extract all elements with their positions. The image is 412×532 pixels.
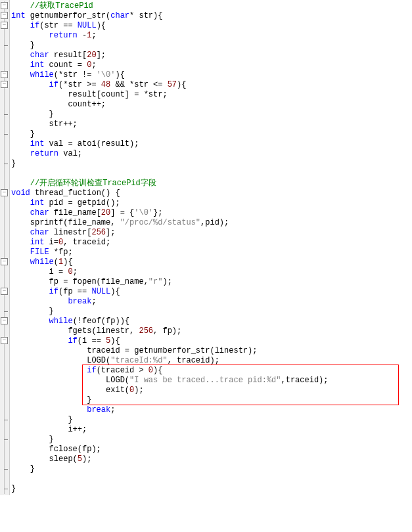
code-token: i++;: [68, 425, 87, 434]
code-token: FILE: [30, 248, 49, 257]
code-token: char: [30, 228, 49, 237]
code-token: int: [30, 139, 45, 148]
code-token: 48: [101, 80, 110, 89]
code-token: 0: [149, 366, 153, 375]
fold-open-icon[interactable]: −: [1, 317, 8, 324]
code-token: if: [49, 287, 58, 296]
code-token: thread_fuction() {: [30, 188, 120, 198]
fold-open-icon[interactable]: −: [1, 337, 8, 344]
code-token: fp = fopen(file_name,: [49, 277, 149, 286]
code-token: return: [49, 31, 78, 40]
code-line: }: [11, 307, 412, 317]
code-token: ,traceid);: [281, 376, 328, 385]
code-token: LOGD(: [87, 356, 110, 365]
code-line: void thread_fuction() {: [11, 188, 412, 198]
code-line: sprintf(file_name, "/proc/%d/status",pid…: [11, 218, 412, 228]
fold-open-icon[interactable]: −: [1, 12, 8, 19]
code-line: int getnumberfor_str(char* str){: [11, 11, 412, 21]
code-token: );: [162, 277, 172, 286]
code-token: ){: [177, 80, 186, 89]
code-line: i++;: [11, 425, 412, 435]
code-token: ];: [106, 228, 115, 237]
code-token: str++;: [49, 120, 78, 129]
code-token: (fp ==: [58, 287, 91, 296]
code-token: '\0': [134, 208, 153, 217]
code-token: pid = getpid();: [44, 198, 120, 208]
fold-end-marker: [4, 311, 8, 312]
code-area: //获取TracePidint getnumberfor_str(char* s…: [10, 0, 412, 495]
code-token: while: [49, 317, 73, 326]
code-token: ,pid);: [200, 218, 229, 227]
code-line: traceid = getnumberfor_str(linestr);: [11, 346, 412, 356]
code-token: , traceid);: [168, 356, 219, 365]
code-line: while(!feof(fp)){: [11, 317, 412, 326]
code-line: char file_name[20] = {'\0'};: [11, 208, 412, 218]
fold-open-icon[interactable]: −: [1, 71, 8, 78]
code-token: fclose(fp);: [49, 445, 101, 454]
code-token: fgets(linestr,: [68, 326, 139, 336]
code-line: char linestr[256];: [11, 228, 412, 238]
code-token: result[count] = *str;: [68, 90, 167, 99]
code-token: -: [78, 31, 87, 40]
code-line: }: [11, 41, 412, 51]
code-token: //开启循环轮训检查TracePid字段: [30, 179, 156, 188]
fold-open-icon[interactable]: −: [1, 258, 8, 265]
fold-open-icon[interactable]: −: [1, 189, 8, 196]
code-token: (str ==: [39, 21, 78, 30]
fold-open-icon[interactable]: −: [1, 81, 8, 88]
code-token: ){: [115, 70, 124, 79]
fold-open-icon[interactable]: −: [1, 22, 8, 29]
code-token: void: [11, 188, 30, 198]
code-token: 20: [87, 51, 96, 60]
code-token: sleep(: [49, 454, 78, 464]
fold-open-icon[interactable]: −: [1, 288, 8, 295]
code-token: (traceid >: [97, 366, 149, 375]
code-token: int: [30, 60, 45, 70]
code-token: result[: [49, 51, 87, 60]
code-token: while: [30, 70, 54, 79]
code-token: return: [30, 149, 58, 158]
code-token: ;: [91, 297, 96, 306]
code-token: if: [49, 80, 58, 89]
code-token: NULL: [78, 21, 97, 30]
code-line: }: [11, 110, 412, 120]
code-token: ];: [97, 51, 106, 60]
code-line: }: [11, 159, 412, 169]
code-token: if: [30, 21, 39, 30]
code-token: i=: [44, 238, 58, 247]
code-token: file_name[: [49, 208, 101, 217]
code-token: ;: [91, 60, 96, 70]
code-token: if: [87, 366, 96, 375]
code-token: ;: [110, 405, 115, 414]
code-line: break;: [11, 297, 412, 307]
code-token: char: [110, 11, 129, 20]
code-line: }: [11, 435, 412, 445]
fold-end-marker: [4, 489, 8, 489]
code-line: }: [11, 415, 412, 425]
code-token: , fp);: [153, 326, 181, 336]
code-token: ){: [153, 366, 162, 375]
fold-open-icon[interactable]: −: [1, 2, 8, 9]
code-line: [11, 474, 412, 484]
code-line: if(fp == NULL){: [11, 287, 412, 297]
code-token: getnumberfor_str(: [26, 11, 111, 20]
code-token: 256: [91, 228, 106, 237]
code-line: exit(0);: [11, 386, 412, 395]
code-token: char: [30, 51, 49, 60]
code-token: }: [30, 41, 35, 50]
code-line: if(str == NULL){: [11, 21, 412, 31]
code-token: '\0': [97, 70, 116, 79]
code-line: break;: [11, 405, 412, 415]
code-token: }: [11, 159, 16, 168]
code-token: ){: [97, 21, 106, 30]
code-line: while(*str != '\0'){: [11, 70, 412, 80]
code-line: fclose(fp);: [11, 445, 412, 454]
code-token: 20: [101, 208, 110, 217]
code-line: if(*str >= 48 && *str <= 57){: [11, 80, 412, 90]
code-line: sleep(5);: [11, 454, 412, 464]
code-token: break: [68, 297, 91, 306]
code-token: }: [87, 395, 91, 405]
fold-gutter: −−−−−−−−−−: [0, 0, 10, 495]
code-token: }: [11, 484, 16, 493]
fold-end-marker: [4, 45, 8, 46]
